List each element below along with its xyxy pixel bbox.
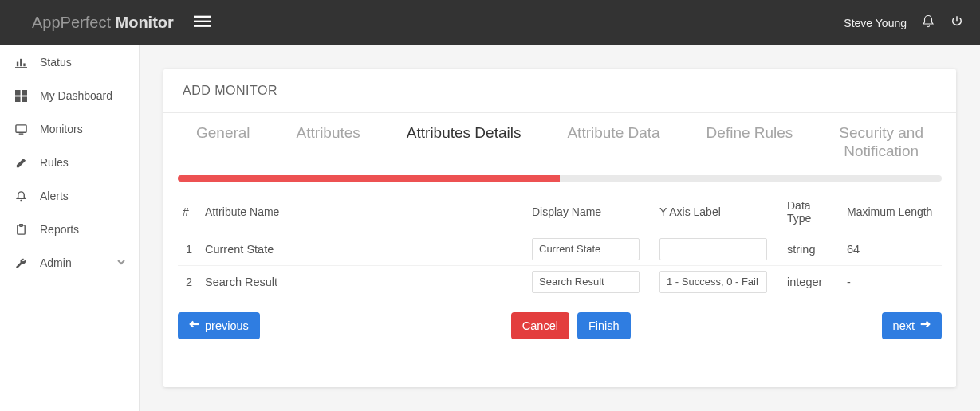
col-header-type: Data Type <box>782 191 842 233</box>
chevron-down-icon <box>116 256 126 269</box>
bell-icon <box>13 190 29 202</box>
svg-rect-8 <box>22 90 27 96</box>
sidebar-item-label: Alerts <box>40 190 126 202</box>
add-monitor-card: ADD MONITOR General Attributes Attribute… <box>163 69 956 387</box>
bar-chart-icon <box>13 57 29 68</box>
sidebar-item-label: Monitors <box>40 123 126 135</box>
sidebar-item-label: Rules <box>40 156 126 169</box>
sidebar-item-status[interactable]: Status <box>0 45 139 79</box>
col-header-num: # <box>178 191 200 233</box>
table-row: 1 Current State string 64 <box>178 233 942 265</box>
col-header-name: Attribute Name <box>200 191 527 233</box>
cancel-button[interactable]: Cancel <box>511 312 569 339</box>
table-row: 2 Search Result integer - <box>178 265 942 298</box>
wizard-actions: previous Cancel Finish next <box>178 312 942 339</box>
sidebar-item-monitors[interactable]: Monitors <box>0 112 139 146</box>
step-general[interactable]: General <box>191 124 255 161</box>
button-label: next <box>893 319 915 332</box>
col-header-max: Maximum Length <box>842 191 942 233</box>
wrench-icon <box>13 257 29 269</box>
pencil-icon <box>13 157 29 169</box>
clipboard-icon <box>13 224 29 236</box>
yaxis-label-input[interactable] <box>659 271 767 293</box>
cell-max: 64 <box>842 233 942 265</box>
svg-rect-9 <box>15 96 21 102</box>
svg-rect-10 <box>22 96 27 102</box>
attributes-table: # Attribute Name Display Name Y Axis Lab… <box>178 191 942 298</box>
svg-rect-6 <box>23 63 25 66</box>
hamburger-icon <box>194 13 211 33</box>
svg-rect-5 <box>20 58 22 65</box>
step-security-notification[interactable]: Security andNotification <box>834 124 928 161</box>
svg-rect-0 <box>194 16 211 18</box>
button-label: previous <box>205 319 249 332</box>
user-name[interactable]: Steve Young <box>844 17 907 29</box>
arrow-right-icon <box>919 319 931 332</box>
monitor-icon <box>13 123 29 135</box>
bell-icon[interactable] <box>921 14 935 31</box>
progress-bar-fill <box>178 175 560 182</box>
brand: AppPerfect Monitor <box>32 14 174 32</box>
svg-rect-7 <box>15 90 21 96</box>
cell-name: Current State <box>200 233 527 265</box>
grid-icon <box>13 90 29 102</box>
sidebar-item-label: Reports <box>40 223 126 236</box>
cell-num: 1 <box>178 233 200 265</box>
svg-rect-3 <box>15 67 27 68</box>
menu-toggle[interactable] <box>194 13 211 33</box>
cell-type: string <box>782 233 842 265</box>
display-name-input[interactable] <box>532 238 640 260</box>
cell-name: Search Result <box>200 265 527 298</box>
arrow-left-icon <box>189 319 200 332</box>
cell-type: integer <box>782 265 842 298</box>
sidebar-item-rules[interactable]: Rules <box>0 146 139 179</box>
power-icon[interactable] <box>950 14 964 31</box>
step-attributes-details[interactable]: Attributes Details <box>402 124 526 161</box>
sidebar-item-reports[interactable]: Reports <box>0 213 139 246</box>
sidebar: Status My Dashboard Monitors Rules Alert… <box>0 45 140 411</box>
topbar-right: Steve Young <box>844 14 964 31</box>
wizard-steps: General Attributes Attributes Details At… <box>163 113 956 175</box>
sidebar-item-label: Status <box>40 56 126 68</box>
yaxis-label-input[interactable] <box>659 238 767 260</box>
sidebar-item-label: My Dashboard <box>40 89 126 102</box>
svg-rect-4 <box>16 61 18 66</box>
step-attribute-data[interactable]: Attribute Data <box>562 124 664 161</box>
button-label: Cancel <box>522 319 558 332</box>
finish-button[interactable]: Finish <box>577 312 631 339</box>
topbar: AppPerfect Monitor Steve Young <box>0 0 980 45</box>
sidebar-item-dashboard[interactable]: My Dashboard <box>0 79 139 112</box>
brand-bold: Monitor <box>116 14 174 31</box>
step-define-rules[interactable]: Define Rules <box>702 124 798 161</box>
col-header-display: Display Name <box>527 191 655 233</box>
brand-light: AppPerfect <box>32 14 111 31</box>
main-content: ADD MONITOR General Attributes Attribute… <box>140 45 980 411</box>
page-title: ADD MONITOR <box>163 69 956 112</box>
svg-rect-1 <box>194 21 211 22</box>
sidebar-item-admin[interactable]: Admin <box>0 246 139 280</box>
button-label: Finish <box>588 319 620 332</box>
display-name-input[interactable] <box>532 271 640 293</box>
svg-rect-11 <box>15 124 26 131</box>
step-attributes[interactable]: Attributes <box>292 124 365 161</box>
cell-max: - <box>842 265 942 298</box>
previous-button[interactable]: previous <box>178 312 260 339</box>
next-button[interactable]: next <box>882 312 942 339</box>
progress-bar-track <box>178 175 942 182</box>
sidebar-item-alerts[interactable]: Alerts <box>0 179 139 213</box>
cell-num: 2 <box>178 265 200 298</box>
svg-rect-2 <box>194 25 211 27</box>
col-header-ylabel: Y Axis Label <box>655 191 782 233</box>
sidebar-item-label: Admin <box>40 256 116 269</box>
